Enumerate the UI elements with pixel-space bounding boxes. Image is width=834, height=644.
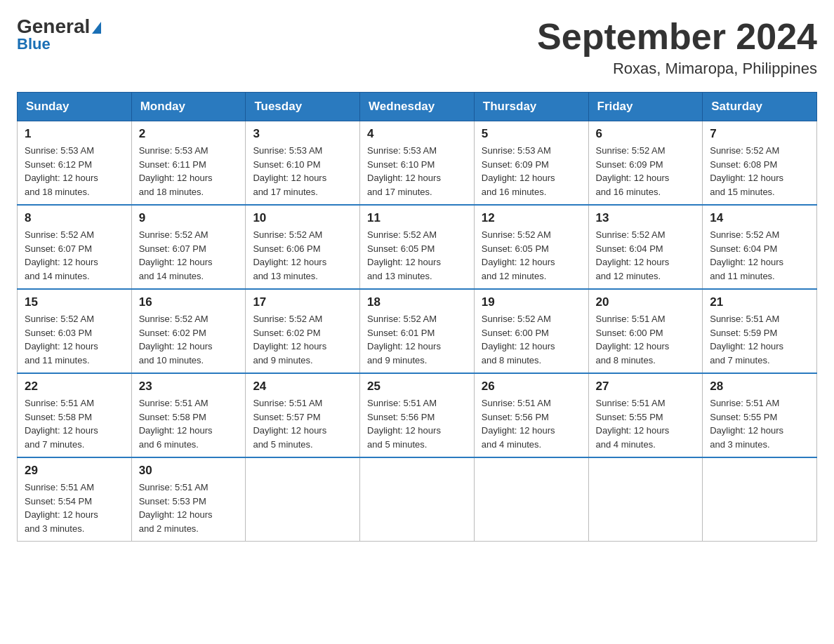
day-number: 29 (25, 464, 124, 478)
day-number: 26 (482, 380, 581, 394)
day-number: 28 (710, 380, 809, 394)
calendar-day-cell: 25 Sunrise: 5:51 AMSunset: 5:56 PMDaylig… (360, 373, 475, 457)
day-number: 23 (139, 380, 239, 394)
day-info: Sunrise: 5:51 AMSunset: 5:55 PMDaylight:… (596, 396, 696, 451)
day-number: 6 (596, 127, 696, 141)
calendar-day-cell: 13 Sunrise: 5:52 AMSunset: 6:04 PMDaylig… (588, 205, 703, 289)
day-info: Sunrise: 5:52 AMSunset: 6:00 PMDaylight:… (482, 312, 581, 367)
day-info: Sunrise: 5:51 AMSunset: 5:58 PMDaylight:… (139, 396, 239, 451)
day-info: Sunrise: 5:52 AMSunset: 6:01 PMDaylight:… (367, 312, 467, 367)
calendar-day-cell: 12 Sunrise: 5:52 AMSunset: 6:05 PMDaylig… (474, 205, 588, 289)
calendar-day-cell: 7 Sunrise: 5:52 AMSunset: 6:08 PMDayligh… (703, 121, 817, 206)
day-number: 1 (25, 127, 124, 141)
day-info: Sunrise: 5:52 AMSunset: 6:05 PMDaylight:… (482, 228, 581, 283)
col-monday: Monday (131, 93, 246, 121)
day-number: 14 (710, 211, 809, 225)
day-number: 4 (367, 127, 467, 141)
calendar-day-cell: 28 Sunrise: 5:51 AMSunset: 5:55 PMDaylig… (703, 373, 817, 457)
logo-blue-text: Blue (17, 35, 51, 53)
day-info: Sunrise: 5:51 AMSunset: 5:57 PMDaylight:… (253, 396, 352, 451)
day-info: Sunrise: 5:53 AMSunset: 6:10 PMDaylight:… (253, 144, 352, 199)
day-info: Sunrise: 5:53 AMSunset: 6:12 PMDaylight:… (25, 144, 124, 199)
day-number: 5 (482, 127, 581, 141)
day-number: 19 (482, 295, 581, 309)
calendar-day-cell (246, 457, 360, 542)
day-number: 25 (367, 380, 467, 394)
day-info: Sunrise: 5:51 AMSunset: 5:54 PMDaylight:… (25, 481, 124, 535)
day-number: 7 (710, 127, 809, 141)
calendar-week-row: 22 Sunrise: 5:51 AMSunset: 5:58 PMDaylig… (18, 373, 817, 457)
day-number: 10 (253, 211, 352, 225)
day-number: 24 (253, 380, 352, 394)
header-row: Sunday Monday Tuesday Wednesday Thursday… (18, 93, 817, 121)
day-number: 8 (25, 211, 124, 225)
day-number: 16 (139, 295, 239, 309)
calendar-day-cell (474, 457, 588, 542)
day-info: Sunrise: 5:51 AMSunset: 5:55 PMDaylight:… (710, 396, 809, 451)
day-info: Sunrise: 5:51 AMSunset: 5:56 PMDaylight:… (367, 396, 467, 451)
col-friday: Friday (588, 93, 703, 121)
calendar-day-cell: 21 Sunrise: 5:51 AMSunset: 5:59 PMDaylig… (703, 289, 817, 373)
calendar-day-cell: 18 Sunrise: 5:52 AMSunset: 6:01 PMDaylig… (360, 289, 475, 373)
day-info: Sunrise: 5:53 AMSunset: 6:10 PMDaylight:… (367, 144, 467, 199)
calendar-day-cell: 27 Sunrise: 5:51 AMSunset: 5:55 PMDaylig… (588, 373, 703, 457)
col-thursday: Thursday (474, 93, 588, 121)
day-info: Sunrise: 5:51 AMSunset: 5:53 PMDaylight:… (139, 481, 239, 535)
calendar-day-cell: 23 Sunrise: 5:51 AMSunset: 5:58 PMDaylig… (131, 373, 246, 457)
calendar-body: 1 Sunrise: 5:53 AMSunset: 6:12 PMDayligh… (18, 121, 817, 542)
day-number: 27 (596, 380, 696, 394)
day-number: 2 (139, 127, 239, 141)
calendar-week-row: 29 Sunrise: 5:51 AMSunset: 5:54 PMDaylig… (18, 457, 817, 542)
calendar-day-cell: 26 Sunrise: 5:51 AMSunset: 5:56 PMDaylig… (474, 373, 588, 457)
calendar-day-cell: 16 Sunrise: 5:52 AMSunset: 6:02 PMDaylig… (131, 289, 246, 373)
day-number: 20 (596, 295, 696, 309)
day-info: Sunrise: 5:53 AMSunset: 6:09 PMDaylight:… (482, 144, 581, 199)
day-number: 21 (710, 295, 809, 309)
day-number: 17 (253, 295, 352, 309)
calendar-week-row: 8 Sunrise: 5:52 AMSunset: 6:07 PMDayligh… (18, 205, 817, 289)
day-number: 3 (253, 127, 352, 141)
calendar-day-cell: 1 Sunrise: 5:53 AMSunset: 6:12 PMDayligh… (18, 121, 132, 206)
day-info: Sunrise: 5:52 AMSunset: 6:09 PMDaylight:… (596, 144, 696, 199)
day-number: 30 (139, 464, 239, 478)
calendar-day-cell: 6 Sunrise: 5:52 AMSunset: 6:09 PMDayligh… (588, 121, 703, 206)
title-section: September 2024 Roxas, Mimaropa, Philippi… (537, 17, 817, 78)
page-header: General Blue September 2024 Roxas, Mimar… (17, 17, 817, 78)
day-info: Sunrise: 5:51 AMSunset: 5:58 PMDaylight:… (25, 396, 124, 451)
calendar-week-row: 1 Sunrise: 5:53 AMSunset: 6:12 PMDayligh… (18, 121, 817, 206)
calendar-day-cell: 24 Sunrise: 5:51 AMSunset: 5:57 PMDaylig… (246, 373, 360, 457)
day-number: 11 (367, 211, 467, 225)
calendar-title: September 2024 (537, 17, 817, 57)
calendar-header: Sunday Monday Tuesday Wednesday Thursday… (18, 93, 817, 121)
day-info: Sunrise: 5:52 AMSunset: 6:04 PMDaylight:… (596, 228, 696, 283)
calendar-day-cell: 14 Sunrise: 5:52 AMSunset: 6:04 PMDaylig… (703, 205, 817, 289)
calendar-day-cell (588, 457, 703, 542)
day-number: 9 (139, 211, 239, 225)
logo: General Blue (17, 17, 101, 53)
day-info: Sunrise: 5:51 AMSunset: 5:59 PMDaylight:… (710, 312, 809, 367)
day-info: Sunrise: 5:52 AMSunset: 6:05 PMDaylight:… (367, 228, 467, 283)
calendar-week-row: 15 Sunrise: 5:52 AMSunset: 6:03 PMDaylig… (18, 289, 817, 373)
day-number: 12 (482, 211, 581, 225)
logo-general-text: General (17, 17, 101, 36)
day-number: 18 (367, 295, 467, 309)
calendar-day-cell: 30 Sunrise: 5:51 AMSunset: 5:53 PMDaylig… (131, 457, 246, 542)
calendar-subtitle: Roxas, Mimaropa, Philippines (537, 60, 817, 78)
day-number: 13 (596, 211, 696, 225)
day-info: Sunrise: 5:52 AMSunset: 6:06 PMDaylight:… (253, 228, 352, 283)
day-info: Sunrise: 5:52 AMSunset: 6:02 PMDaylight:… (253, 312, 352, 367)
col-tuesday: Tuesday (246, 93, 360, 121)
day-info: Sunrise: 5:52 AMSunset: 6:03 PMDaylight:… (25, 312, 124, 367)
calendar-day-cell: 29 Sunrise: 5:51 AMSunset: 5:54 PMDaylig… (18, 457, 132, 542)
calendar-day-cell: 22 Sunrise: 5:51 AMSunset: 5:58 PMDaylig… (18, 373, 132, 457)
calendar-day-cell: 11 Sunrise: 5:52 AMSunset: 6:05 PMDaylig… (360, 205, 475, 289)
day-info: Sunrise: 5:51 AMSunset: 5:56 PMDaylight:… (482, 396, 581, 451)
day-info: Sunrise: 5:52 AMSunset: 6:07 PMDaylight:… (139, 228, 239, 283)
calendar-day-cell (360, 457, 475, 542)
col-saturday: Saturday (703, 93, 817, 121)
col-sunday: Sunday (18, 93, 132, 121)
day-info: Sunrise: 5:52 AMSunset: 6:02 PMDaylight:… (139, 312, 239, 367)
day-number: 15 (25, 295, 124, 309)
calendar-day-cell: 4 Sunrise: 5:53 AMSunset: 6:10 PMDayligh… (360, 121, 475, 206)
calendar-day-cell: 20 Sunrise: 5:51 AMSunset: 6:00 PMDaylig… (588, 289, 703, 373)
